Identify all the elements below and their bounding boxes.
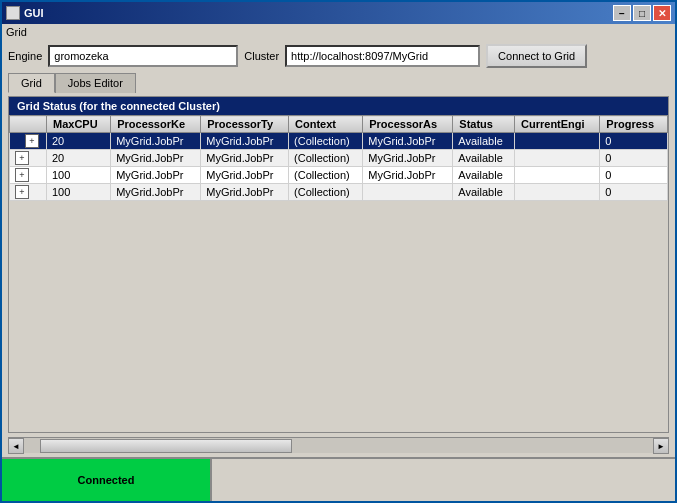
- table-cell: 100: [47, 167, 111, 184]
- scroll-left-button[interactable]: ◄: [8, 438, 24, 454]
- col-processoras[interactable]: ProcessorAs: [363, 116, 453, 133]
- col-arrow: [10, 116, 47, 133]
- table-cell: MyGrid.JobPr: [201, 184, 289, 201]
- table-row[interactable]: +100MyGrid.JobPrMyGrid.JobPr(Collection)…: [10, 167, 668, 184]
- col-maxcpu[interactable]: MaxCPU: [47, 116, 111, 133]
- scroll-right-button[interactable]: ►: [653, 438, 669, 454]
- table-cell: +: [10, 167, 47, 184]
- connected-label: Connected: [78, 474, 135, 486]
- menu-bar: Grid: [2, 24, 675, 40]
- table-cell: [515, 150, 600, 167]
- table-header-row: MaxCPU ProcessorKe ProcessorTy Context P…: [10, 116, 668, 133]
- table-cell: 0: [600, 167, 668, 184]
- table-cell: 20: [47, 133, 111, 150]
- table-cell: 0: [600, 133, 668, 150]
- table-cell: MyGrid.JobPr: [363, 133, 453, 150]
- toolbar-row: Engine Cluster Connect to Grid: [8, 44, 669, 68]
- table-cell: Available: [453, 184, 515, 201]
- engine-input[interactable]: [48, 45, 238, 67]
- minimize-button[interactable]: −: [613, 5, 631, 21]
- scrollbar-thumb[interactable]: [40, 439, 292, 453]
- table-row[interactable]: +20MyGrid.JobPrMyGrid.JobPr(Collection)M…: [10, 150, 668, 167]
- table-cell: (Collection): [289, 167, 363, 184]
- col-context[interactable]: Context: [289, 116, 363, 133]
- table-cell: MyGrid.JobPr: [201, 167, 289, 184]
- table-cell: [515, 184, 600, 201]
- table-cell: (Collection): [289, 133, 363, 150]
- tabs-row: Grid Jobs Editor: [8, 72, 669, 92]
- app-icon: [6, 6, 20, 20]
- scrollbar-row: ◄ ►: [8, 437, 669, 453]
- table-row[interactable]: +100MyGrid.JobPrMyGrid.JobPr(Collection)…: [10, 184, 668, 201]
- cluster-input[interactable]: [285, 45, 480, 67]
- grid-table: MaxCPU ProcessorKe ProcessorTy Context P…: [9, 115, 668, 201]
- table-cell: MyGrid.JobPr: [111, 150, 201, 167]
- cluster-label: Cluster: [244, 50, 279, 62]
- title-bar-text: GUI: [6, 6, 44, 20]
- main-window: GUI − □ ✕ Grid Engine Cluster Connect to…: [0, 0, 677, 503]
- scrollbar-track[interactable]: [24, 438, 653, 453]
- table-cell: +: [10, 184, 47, 201]
- table-cell: +: [10, 150, 47, 167]
- col-currentengi[interactable]: CurrentEngi: [515, 116, 600, 133]
- row-expand-icon[interactable]: +: [25, 134, 39, 148]
- row-expand-icon[interactable]: +: [15, 168, 29, 182]
- table-cell: MyGrid.JobPr: [111, 133, 201, 150]
- grid-panel: Grid Status (for the connected Cluster) …: [8, 96, 669, 433]
- content-area: Engine Cluster Connect to Grid Grid Jobs…: [2, 40, 675, 457]
- title-bar-buttons: − □ ✕: [613, 5, 671, 21]
- maximize-button[interactable]: □: [633, 5, 651, 21]
- window-title: GUI: [24, 7, 44, 19]
- table-cell: Available: [453, 133, 515, 150]
- connect-to-grid-button[interactable]: Connect to Grid: [486, 44, 587, 68]
- table-cell: 0: [600, 184, 668, 201]
- table-cell: +: [10, 133, 47, 150]
- tab-jobs-editor[interactable]: Jobs Editor: [55, 73, 136, 93]
- close-button[interactable]: ✕: [653, 5, 671, 21]
- table-cell: 20: [47, 150, 111, 167]
- table-cell: MyGrid.JobPr: [201, 133, 289, 150]
- table-cell: 100: [47, 184, 111, 201]
- table-cell: MyGrid.JobPr: [111, 167, 201, 184]
- row-expand-icon[interactable]: +: [15, 185, 29, 199]
- table-cell: MyGrid.JobPr: [201, 150, 289, 167]
- table-cell: (Collection): [289, 150, 363, 167]
- table-cell: MyGrid.JobPr: [111, 184, 201, 201]
- table-cell: [515, 133, 600, 150]
- col-status[interactable]: Status: [453, 116, 515, 133]
- table-row[interactable]: +20MyGrid.JobPrMyGrid.JobPr(Collection)M…: [10, 133, 668, 150]
- table-body: +20MyGrid.JobPrMyGrid.JobPr(Collection)M…: [10, 133, 668, 201]
- col-processorke[interactable]: ProcessorKe: [111, 116, 201, 133]
- panel-title: Grid Status (for the connected Cluster): [9, 97, 668, 115]
- table-cell: 0: [600, 150, 668, 167]
- menu-item-grid[interactable]: Grid: [6, 26, 27, 38]
- engine-label: Engine: [8, 50, 42, 62]
- table-container[interactable]: MaxCPU ProcessorKe ProcessorTy Context P…: [9, 115, 668, 432]
- tab-grid[interactable]: Grid: [8, 73, 55, 93]
- status-empty: [212, 459, 675, 501]
- table-cell: Available: [453, 150, 515, 167]
- col-processorty[interactable]: ProcessorTy: [201, 116, 289, 133]
- connected-status: Connected: [2, 459, 212, 501]
- row-expand-icon[interactable]: +: [15, 151, 29, 165]
- table-cell: [363, 184, 453, 201]
- table-cell: MyGrid.JobPr: [363, 150, 453, 167]
- col-progress[interactable]: Progress: [600, 116, 668, 133]
- table-cell: MyGrid.JobPr: [363, 167, 453, 184]
- table-cell: Available: [453, 167, 515, 184]
- title-bar: GUI − □ ✕: [2, 2, 675, 24]
- status-bar: Connected: [2, 457, 675, 501]
- table-cell: (Collection): [289, 184, 363, 201]
- table-cell: [515, 167, 600, 184]
